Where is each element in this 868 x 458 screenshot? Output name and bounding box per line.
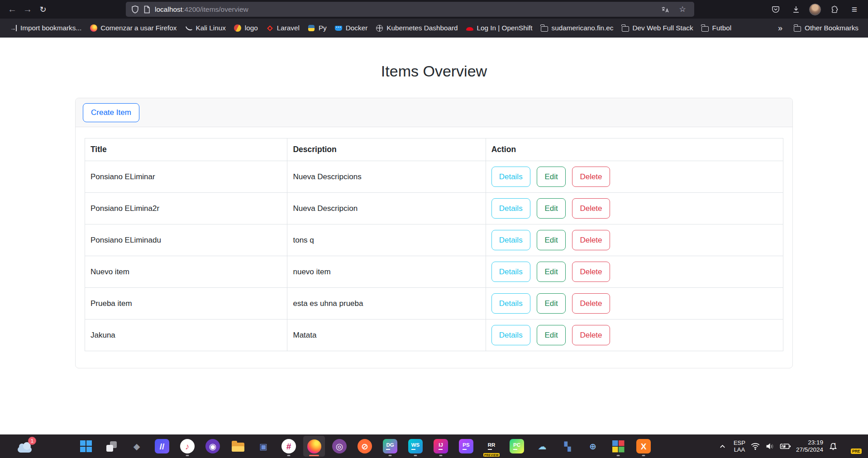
other-bookmarks[interactable]: Other Bookmarks — [790, 22, 863, 34]
item-title-cell: Prueba item — [85, 288, 287, 320]
bookmarks-overflow-chevron[interactable]: » — [771, 24, 790, 33]
xampp-icon[interactable]: X — [633, 436, 654, 457]
reload-button[interactable]: ↻ — [35, 2, 51, 17]
volume-icon[interactable] — [765, 442, 775, 451]
translate-icon[interactable] — [659, 4, 672, 15]
bookmark-label: Log In | OpenShift — [477, 24, 533, 32]
bookmark-folder-futbol[interactable]: Futbol — [697, 22, 736, 34]
delete-button[interactable]: Delete — [572, 230, 610, 250]
edit-button[interactable]: Edit — [537, 293, 565, 314]
edit-button[interactable]: Edit — [537, 198, 565, 219]
postman-icon[interactable]: ⊘ — [354, 436, 376, 457]
language-indicator[interactable]: ESP LAA — [734, 439, 745, 453]
bookmark-kali-linux[interactable]: Kali Linux — [181, 22, 230, 34]
github-desktop-icon[interactable]: ◉ — [202, 436, 224, 457]
sql-database-cloud-icon[interactable]: ☁ — [531, 436, 553, 457]
phpstorm-icon[interactable]: PS — [455, 436, 477, 457]
intellij-idea-icon[interactable]: IJ — [430, 436, 452, 457]
running-indicator — [309, 455, 319, 456]
bookmark-python[interactable]: Py — [304, 22, 331, 34]
notification-bell-dnd-icon[interactable]: z — [828, 441, 838, 451]
delete-button[interactable]: Delete — [572, 167, 610, 187]
pixel-blocks-app-icon[interactable]: ▚ — [557, 436, 578, 457]
tor-browser-icon[interactable]: ◎ — [329, 436, 350, 457]
navicat-icon[interactable] — [607, 436, 629, 457]
column-header-title: Title — [85, 138, 287, 161]
bookmark-kubernetes-dashboard[interactable]: Kubernetes Dashboard — [372, 22, 462, 34]
file-explorer-icon[interactable] — [227, 436, 249, 457]
menu-hamburger-icon[interactable]: ≡ — [847, 2, 862, 17]
firefox-browser-icon[interactable] — [303, 436, 325, 457]
delete-button[interactable]: Delete — [572, 293, 610, 314]
bookmark-folder-sudamericano[interactable]: sudamericano.fin.ec — [537, 22, 618, 34]
edit-button[interactable]: Edit — [537, 262, 565, 282]
cloud-icon — [18, 447, 32, 453]
itunes-icon[interactable]: ♪ — [176, 436, 198, 457]
details-button[interactable]: Details — [491, 167, 530, 187]
delete-button[interactable]: Delete — [572, 325, 610, 345]
bookmark-folder-dev-web-full-stack[interactable]: Dev Web Full Stack — [618, 22, 697, 34]
details-button[interactable]: Details — [491, 262, 530, 282]
webstorm-icon[interactable]: WS — [405, 436, 426, 457]
edit-button[interactable]: Edit — [537, 230, 565, 250]
details-button[interactable]: Details — [491, 293, 530, 314]
details-button[interactable]: Details — [491, 198, 530, 219]
browser-toolbar: ← → ↻ localhost:4200/items/overview ☆ — [0, 0, 868, 19]
details-button[interactable]: Details — [491, 230, 530, 250]
column-header-description: Description — [287, 138, 486, 161]
bookmark-label: Kubernetes Dashboard — [386, 24, 458, 32]
address-bar[interactable]: localhost:4200/items/overview ☆ — [126, 2, 694, 17]
delete-button[interactable]: Delete — [572, 198, 610, 219]
url-text[interactable]: localhost:4200/items/overview — [155, 5, 248, 14]
bookmark-firefox-start[interactable]: Comenzar a usar Firefox — [86, 22, 181, 34]
running-indicator — [414, 455, 417, 456]
bookmark-logo[interactable]: logo — [230, 22, 262, 34]
network-scanner-icon[interactable]: ⊕ — [582, 436, 604, 457]
task-view-button[interactable] — [100, 436, 122, 457]
slack-icon[interactable]: # — [278, 436, 300, 457]
extensions-puzzle-icon[interactable] — [827, 2, 841, 17]
bookmark-label: Laravel — [277, 24, 300, 32]
virtualbox-icon[interactable]: ▣ — [253, 436, 274, 457]
details-button[interactable]: Details — [491, 325, 530, 345]
shield-icon[interactable] — [131, 5, 139, 14]
prism-app-icon[interactable]: ◆ — [126, 436, 148, 457]
datagrip-icon[interactable]: DG — [379, 436, 401, 457]
running-indicator — [287, 455, 291, 456]
bookmark-openshift-login[interactable]: Log In | OpenShift — [462, 22, 537, 34]
bookmark-import[interactable]: → Import bookmarks... — [5, 22, 86, 34]
back-button[interactable]: ← — [5, 2, 20, 17]
battery-charging-icon[interactable] — [780, 442, 791, 450]
item-title-cell: Ponsiano ELiminadu — [85, 224, 287, 256]
bookmark-laravel[interactable]: Laravel — [262, 22, 304, 34]
start-button[interactable] — [75, 436, 97, 457]
folder-icon — [701, 24, 709, 32]
copilot-button[interactable]: PRE — [846, 440, 858, 452]
downloads-icon[interactable] — [789, 2, 803, 17]
card-body: Title Description Action Ponsiano ELimin… — [76, 127, 792, 368]
bookmark-star-icon[interactable]: ☆ — [676, 4, 689, 15]
notification-badge: 1 — [28, 437, 36, 445]
wifi-icon[interactable] — [750, 442, 760, 451]
forward-button[interactable]: → — [20, 2, 35, 17]
item-title-cell: Ponsiano ELimina2r — [85, 193, 287, 224]
pocket-icon[interactable] — [768, 2, 783, 17]
weather-widget[interactable]: 1 — [16, 439, 37, 455]
item-description-cell: esta es uhna prueba — [287, 288, 486, 320]
edit-button[interactable]: Edit — [537, 325, 565, 345]
running-indicator — [617, 455, 620, 456]
bookmark-label: Docker — [346, 24, 367, 32]
rustrover-icon[interactable]: RR PREVIEW — [481, 436, 502, 457]
edit-button[interactable]: Edit — [537, 167, 565, 187]
terminal-app-icon[interactable]: // — [151, 436, 173, 457]
windows-taskbar: 1 ◆ — [0, 434, 868, 458]
bookmark-docker[interactable]: Docker — [331, 22, 372, 34]
clock[interactable]: 23:19 27/5/2024 — [796, 439, 823, 454]
profile-avatar[interactable] — [809, 4, 821, 15]
delete-button[interactable]: Delete — [572, 262, 610, 282]
card-header: Create Item — [76, 98, 792, 127]
page-icon[interactable] — [143, 5, 150, 14]
create-item-button[interactable]: Create Item — [83, 103, 139, 122]
hidden-icons-chevron[interactable] — [716, 444, 729, 449]
pycharm-icon[interactable]: PC — [506, 436, 528, 457]
